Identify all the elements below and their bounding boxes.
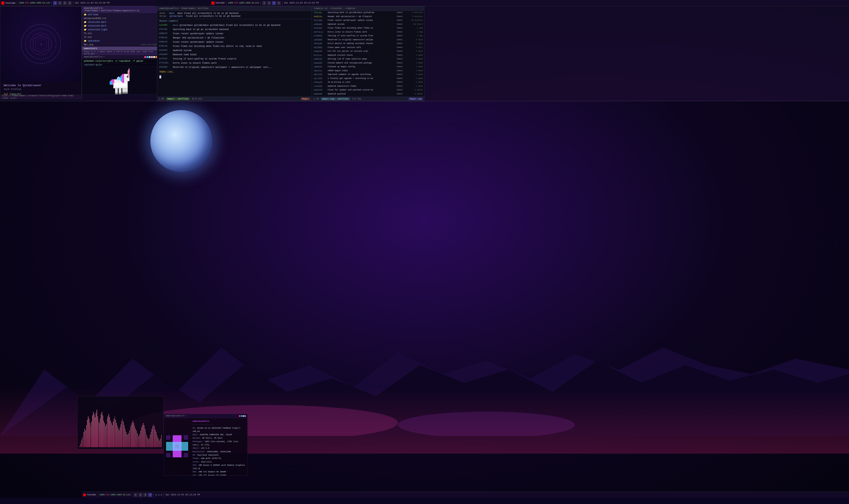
log-msg-19: 3d printing is cool	[328, 81, 395, 84]
fb-item-lf-nix[interactable]: lf.nix	[82, 35, 159, 39]
log-msg-14: Pinned embark and reorganized package	[328, 62, 395, 65]
viz-bar	[161, 435, 162, 447]
git-commit-5[interactable]: 4466bf0 Fixes recent qutebrowser update …	[157, 40, 312, 44]
viz-bar	[123, 421, 124, 447]
ws-bottom-3[interactable]: 3	[143, 493, 147, 497]
pkmn-header-text: emmet@snowfire:~	[84, 56, 105, 58]
panel-filebrowser[interactable]: emmet@snowfire: /home/emmet/.dotfiles/th…	[82, 6, 159, 55]
viz-bar	[156, 432, 156, 447]
fb-header: emmet@snowfire: /home/emmet/.dotfiles/th…	[82, 6, 159, 13]
tb-time: Sat 2023-11-04 02:13:20 PM	[165, 493, 200, 496]
git-log-6[interactable]: 20774c3c Extra lines to ensure flakes wo…	[312, 30, 424, 34]
git-log-21[interactable]: bb0d278 Fixes for waybar and patched cus…	[312, 88, 424, 92]
git-log-7[interactable]: afe0045 Testing if auto-cpufreq is syste…	[312, 34, 424, 38]
fb-item-re-org[interactable]: RE=.org tomorrow-night	[82, 43, 159, 47]
git-commit-9[interactable]: 5af93d2 Testing if auto-cpufreq is syste…	[157, 57, 312, 61]
nf-sep: ------------------	[193, 423, 245, 427]
git-log-2[interactable]: 499019a Ranger dnd optimization + qb fil…	[312, 15, 424, 19]
git-log-4[interactable]: a990d66 Updated system Emmet 18 hours	[312, 22, 424, 26]
nf-header-text: emmet@snowfire:~	[166, 415, 187, 417]
ws-bottom-4[interactable]: 4	[148, 493, 152, 497]
workspace-r3[interactable]: 3	[272, 1, 276, 5]
git-cursor	[157, 74, 312, 80]
taskbar-sep-r3	[282, 1, 283, 5]
fb-item-background[interactable]: background256.txt	[82, 17, 159, 20]
git-log-1[interactable]: 3f9c38c Switching back to gitlab/main gi…	[312, 11, 424, 15]
viz-bar	[82, 438, 83, 447]
log-time-10: 3 days	[410, 46, 423, 49]
log-msg-16: Added magit-todos	[328, 69, 395, 72]
git-log-13[interactable]: 5d04718 Getting rid of some electron pkg…	[312, 57, 424, 61]
git-log-5[interactable]: 5af93d2 Fixes flake not building when fl…	[312, 26, 424, 30]
viz-bar	[109, 414, 109, 447]
git-log-14[interactable]: 5abb619 Pinned embark and reorganized pa…	[312, 61, 424, 65]
nf-uptime: Uptime: 39 hours, 35 mins	[193, 436, 245, 440]
mid-divider	[0, 101, 849, 101]
stat-6: 11%	[46, 2, 50, 4]
fb-item-spaceduck[interactable]: 📁 spaceduck	[82, 39, 159, 43]
git-commit-3[interactable]: 4460bf0 Fixes recent qutebrowser update …	[157, 32, 312, 36]
viz-bar	[140, 434, 140, 447]
spec-1	[239, 415, 240, 417]
git-commit-6[interactable]: 8700c8d Fixes flake not building when fl…	[157, 44, 312, 49]
nf-os: OS: NixOS 23.11.20231392.fad8bad (Tapir)…	[193, 427, 245, 433]
git-log-8[interactable]: a2658d0 Reverted to original uwwunicorn …	[312, 38, 424, 42]
git-log-22[interactable]: bb04b40 Updated pypland Emmet 2 weeks	[312, 92, 424, 96]
git-commit-2[interactable]: ef0c56b Switching back to gh as screensh…	[157, 28, 312, 32]
fb-item-aldope[interactable]: 📁 ald-hope	[82, 13, 159, 17]
qb-hexagon-art: ⬡	[19, 22, 63, 66]
git-log-9[interactable]: 70f4a36 Extra detail on adding unstable …	[312, 42, 424, 46]
ws-bottom-1[interactable]: 1	[133, 493, 138, 497]
git-commit-1[interactable]: dee0888 main gitea/main gitlab/main gith…	[157, 23, 312, 28]
workspace-2[interactable]: 2	[58, 1, 62, 5]
fb-item-uwwunicorn-selected[interactable]: uwwunicorn	[82, 47, 159, 50]
fb-item-fn-nix[interactable]: fn.nix	[82, 32, 159, 35]
viz-bar	[101, 414, 101, 447]
git-log-10[interactable]: d5156b0 Fixes qemu user session uefi Emm…	[312, 46, 424, 50]
git-log-16[interactable]: 39af21c Added magit-todos Emmet 1 week	[312, 69, 424, 73]
viz-bar	[103, 415, 103, 447]
viz-bar	[143, 423, 144, 447]
fb-path: emmet@snowfire: /home/emmet/.dotfiles/th…	[84, 7, 140, 12]
git-commit-10[interactable]: 2774c40c Extra lines to ensure flakes wo…	[157, 61, 312, 65]
nf-icons: Icons: alacritty	[193, 461, 245, 464]
git-magit-tag: Magit	[301, 97, 310, 100]
stat-5: 1%	[42, 2, 45, 4]
stat-r-cpu: 100%	[228, 2, 233, 4]
viz-bar	[141, 427, 142, 447]
log-msg-2: Ranger dnd optimization + qb filepick	[328, 15, 395, 18]
viz-bar	[96, 413, 96, 447]
viz-bar	[125, 429, 125, 447]
log-time-6: 1 day	[410, 31, 423, 34]
workspace-r4[interactable]: 4	[277, 1, 281, 5]
git-commit-7[interactable]: bdd2003 Updated system	[157, 49, 312, 53]
viz-bar	[133, 421, 133, 447]
workspace-r2[interactable]: 2	[267, 1, 271, 5]
stat-4: 100%	[36, 2, 41, 4]
workspace-3[interactable]: 3	[63, 1, 67, 5]
log-author-7: Emmet	[397, 35, 408, 38]
git-log-11[interactable]: c0d4b36 Fix for nix parser on install.or…	[312, 50, 424, 54]
git-commit-4[interactable]: 8700c6d Ranger dnd optimization + qb fil…	[157, 36, 312, 40]
workspace-1[interactable]: 1	[53, 1, 57, 5]
ws-bottom-2[interactable]: 2	[139, 493, 142, 497]
workspace-4[interactable]: 4	[68, 1, 72, 5]
git-log-15[interactable]: c00d519 Cleaned up magit config Emmet 1 …	[312, 65, 424, 69]
fb-item-sel-dark1[interactable]: 📁 selenized-dark	[82, 20, 159, 24]
viz-bar	[84, 432, 84, 447]
git-commit-11[interactable]: a265d80 Reverted to original uwwunicorn …	[157, 65, 312, 69]
git-log-18[interactable]: e1c7259 I finally got agenda + syncthing…	[312, 77, 424, 81]
git-log-3[interactable]: 5dc15a0 Fixes recent qutebrowser update …	[312, 19, 424, 22]
git-log-20[interactable]: cefd230 Updated uwwunicorn theme Emmet 1…	[312, 85, 424, 88]
fb-item-sel-dark2[interactable]: 📁 selenized-dark	[82, 24, 159, 28]
git-log-19[interactable]: df4eee8 3d printing is cool Emmet 1 week	[312, 80, 424, 85]
git-commit-8[interactable]: a956d60 Removed some bloat	[157, 53, 312, 57]
git-log-17[interactable]: e011f28 Improved comment on agenda synct…	[312, 73, 424, 77]
workspace-r1[interactable]: 1	[262, 1, 266, 5]
fb-item-name: selenized-dark	[88, 21, 106, 24]
fb-item-name: lf.nix	[84, 36, 92, 39]
viz-bar	[87, 420, 88, 447]
git-log-12[interactable]: 0c31cec Updated install notes Emmet 1 we…	[312, 54, 424, 57]
fb-item-sel-light[interactable]: 📁 selenized-light	[82, 28, 159, 32]
yt-label-bottom: Youtube	[87, 493, 96, 496]
